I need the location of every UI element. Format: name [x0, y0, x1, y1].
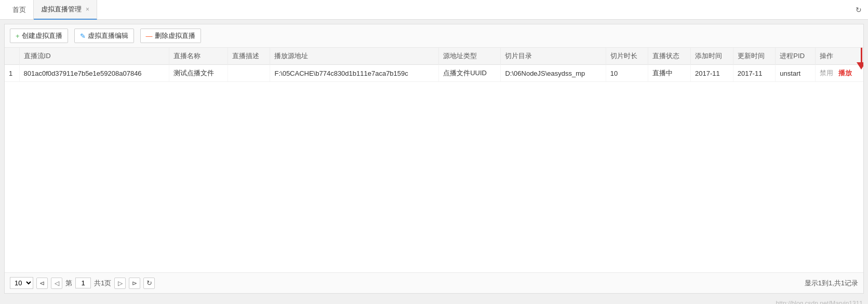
create-icon: + [16, 32, 20, 40]
nav-home[interactable]: 首页 [5, 0, 34, 20]
create-label: 创建虚拟直播 [22, 31, 62, 40]
edit-virtual-button[interactable]: ✎ 虚拟直播编辑 [74, 29, 134, 43]
page-refresh-icon[interactable]: ↻ [856, 6, 862, 14]
page-input[interactable] [75, 278, 91, 288]
pagination-bar: 10 20 50 ⊲ ◁ 第 共1页 ▷ ⊳ ↻ 显示1到1,共1记录 [5, 272, 863, 293]
page-size-select[interactable]: 10 20 50 [10, 277, 33, 289]
cell-slice-dir: D:\06NodeJS\easydss_mp [501, 65, 606, 82]
main-content: + 创建虚拟直播 ✎ 虚拟直播编辑 — 删除虚拟直播 直播流ID 直播名称 直播… [4, 24, 864, 294]
next-page-btn[interactable]: ▷ [114, 278, 126, 289]
col-add-time: 添加时间 [691, 48, 733, 65]
page-label: 第 [65, 279, 72, 288]
table-body: 1 801ac0f0d37911e7b5e1e59208a07846 测试点播文… [5, 65, 863, 82]
col-name: 直播名称 [169, 48, 228, 65]
cell-stream-id: 801ac0f0d37911e7b5e1e59208a07846 [19, 65, 169, 82]
cell-name: 测试点播文件 [169, 65, 228, 82]
col-slice-duration: 切片时长 [606, 48, 648, 65]
cell-action: 禁用 播放 [815, 65, 863, 82]
col-source-url: 播放源地址 [270, 48, 439, 65]
first-page-btn[interactable]: ⊲ [36, 278, 48, 289]
cell-index: 1 [5, 65, 19, 82]
pagination-refresh-btn[interactable]: ↻ [143, 278, 155, 289]
table-wrap: 直播流ID 直播名称 直播描述 播放源地址 源地址类型 切片目录 切片时长 直播… [5, 48, 863, 272]
cell-source-type: 点播文件UUID [439, 65, 501, 82]
edit-label: 虚拟直播编辑 [88, 31, 128, 40]
col-checkbox [5, 48, 19, 65]
nav-tab-virtual[interactable]: 虚拟直播管理 × [34, 0, 97, 20]
col-slice-dir: 切片目录 [501, 48, 606, 65]
cell-source-url: F:\05CACHE\b774c830d1b111e7aca7b159c [270, 65, 439, 82]
delete-icon: — [146, 32, 153, 40]
prev-page-btn[interactable]: ◁ [51, 278, 62, 289]
table-header: 直播流ID 直播名称 直播描述 播放源地址 源地址类型 切片目录 切片时长 直播… [5, 48, 863, 65]
cell-slice-duration: 10 [606, 65, 648, 82]
nav-tab-close-btn[interactable]: × [86, 6, 89, 13]
delete-label: 删除虚拟直播 [155, 31, 195, 40]
nav-tab-virtual-label: 虚拟直播管理 [41, 5, 82, 14]
col-source-type: 源地址类型 [439, 48, 501, 65]
virtual-live-table: 直播流ID 直播名称 直播描述 播放源地址 源地址类型 切片目录 切片时长 直播… [5, 48, 863, 82]
table-row: 1 801ac0f0d37911e7b5e1e59208a07846 测试点播文… [5, 65, 863, 82]
col-desc: 直播描述 [228, 48, 270, 65]
pagination-summary: 显示1到1,共1记录 [805, 279, 858, 288]
watermark: http://blog.csdn.net/Marvin1311 [0, 298, 868, 304]
col-stream-id: 直播流ID [19, 48, 169, 65]
col-update-time: 更新时间 [733, 48, 776, 65]
create-virtual-button[interactable]: + 创建虚拟直播 [10, 29, 68, 43]
pagination-left: 10 20 50 ⊲ ◁ 第 共1页 ▷ ⊳ ↻ [10, 277, 155, 289]
last-page-btn[interactable]: ⊳ [129, 278, 140, 289]
watermark-text: http://blog.csdn.net/Marvin1311 [776, 300, 863, 304]
delete-virtual-button[interactable]: — 删除虚拟直播 [140, 29, 201, 43]
action-disable-btn[interactable]: 禁用 [820, 69, 833, 77]
cell-status: 直播中 [648, 65, 691, 82]
col-pid: 进程PID [776, 48, 816, 65]
cell-pid: unstart [776, 65, 816, 82]
col-action: 操作 [815, 48, 863, 65]
col-status: 直播状态 [648, 48, 691, 65]
nav-home-label: 首页 [12, 5, 26, 15]
action-play-btn[interactable]: 播放 [838, 69, 852, 77]
cell-desc [228, 65, 270, 82]
top-nav: 首页 虚拟直播管理 × ↻ [0, 0, 868, 20]
total-pages-label: 共1页 [94, 279, 111, 288]
edit-icon: ✎ [80, 32, 86, 40]
cell-update-time: 2017-11 [733, 65, 776, 82]
cell-add-time: 2017-11 [691, 65, 733, 82]
toolbar: + 创建虚拟直播 ✎ 虚拟直播编辑 — 删除虚拟直播 [5, 24, 863, 48]
